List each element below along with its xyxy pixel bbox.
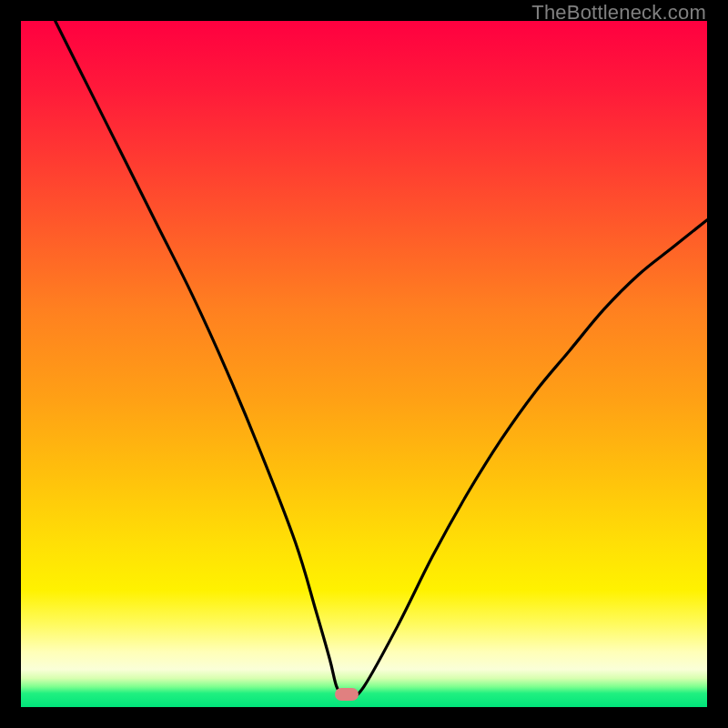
bottleneck-curve: [21, 21, 707, 707]
chart-frame: TheBottleneck.com: [0, 0, 728, 728]
minimum-marker: [335, 688, 359, 701]
plot-area: [21, 21, 707, 707]
